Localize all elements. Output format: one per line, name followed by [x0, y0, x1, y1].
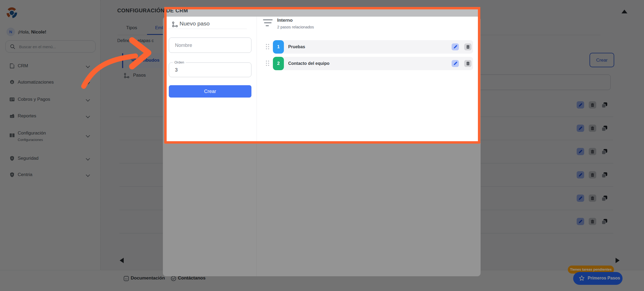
- first-steps-button[interactable]: Primeros Pasos: [573, 272, 623, 285]
- app-window: N ¡Hola, Nicole! CRM Automatizaciones Co…: [0, 0, 644, 291]
- star-icon: [579, 275, 585, 282]
- annotation-highlight-box: [164, 7, 480, 144]
